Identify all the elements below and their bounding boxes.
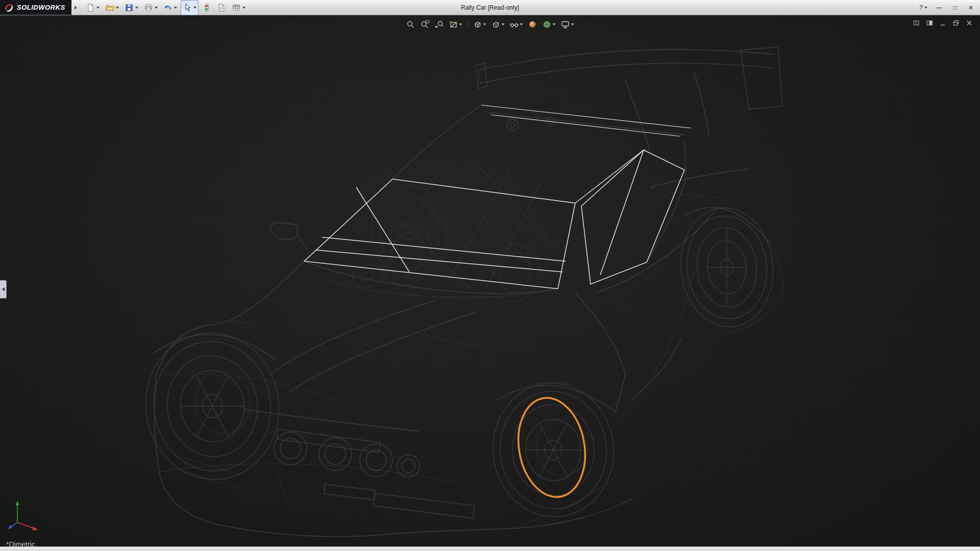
open-button[interactable] bbox=[103, 0, 121, 15]
restore-button[interactable]: □ bbox=[948, 2, 962, 13]
section-view-icon bbox=[449, 20, 458, 29]
window-controls: ? — □ ✕ bbox=[916, 0, 978, 15]
close-document-icon bbox=[966, 19, 973, 27]
triad-y-arrow bbox=[16, 501, 19, 505]
save-icon bbox=[125, 3, 134, 12]
view-orientation-icon bbox=[473, 20, 482, 29]
view-settings-icon bbox=[561, 20, 570, 29]
dropdown-arrow-icon bbox=[502, 23, 505, 26]
status-bar bbox=[0, 546, 980, 551]
view-settings-button[interactable] bbox=[559, 18, 576, 31]
restore-document-icon bbox=[952, 19, 960, 27]
menu-flyout-button[interactable] bbox=[72, 2, 80, 13]
dropdown-arrow-icon bbox=[553, 23, 556, 26]
dropdown-arrow-icon bbox=[483, 23, 486, 26]
dropdown-arrow-icon bbox=[96, 7, 100, 9]
display-style-icon bbox=[492, 20, 501, 29]
section-view-button[interactable] bbox=[448, 18, 464, 31]
main-toolbar bbox=[80, 0, 248, 15]
document-window-controls bbox=[911, 18, 974, 28]
dropdown-arrow-icon bbox=[520, 23, 523, 26]
tile-pane-icon bbox=[913, 19, 920, 27]
dropdown-arrow-icon bbox=[924, 7, 927, 9]
new-document-button[interactable] bbox=[84, 0, 102, 15]
hide-show-items-icon bbox=[510, 20, 519, 29]
triad-x-axis bbox=[17, 522, 35, 529]
model-wheels bbox=[136, 203, 779, 522]
view-orientation-button[interactable] bbox=[472, 18, 488, 31]
reference-triad bbox=[3, 496, 46, 539]
previous-view-button[interactable] bbox=[433, 18, 446, 31]
print-button[interactable] bbox=[142, 0, 160, 15]
select-cursor-icon bbox=[183, 3, 192, 12]
edit-appearance-button[interactable] bbox=[527, 18, 539, 31]
model-wireframe-rally-car[interactable] bbox=[0, 15, 980, 547]
dropdown-arrow-icon bbox=[135, 7, 138, 9]
close-document-button[interactable] bbox=[964, 18, 974, 28]
rebuild-button[interactable] bbox=[200, 0, 213, 15]
rebuild-icon bbox=[202, 3, 211, 12]
chevron-right-icon bbox=[75, 6, 77, 10]
tile-pane-button[interactable] bbox=[911, 18, 921, 28]
dropdown-arrow-icon bbox=[193, 7, 197, 9]
dropdown-arrow-icon bbox=[459, 23, 462, 26]
new-document-icon bbox=[86, 3, 95, 12]
file-properties-button[interactable] bbox=[215, 0, 228, 15]
minimize-document-button[interactable] bbox=[938, 18, 947, 28]
dropdown-arrow-icon bbox=[174, 7, 177, 9]
zoom-to-fit-icon bbox=[406, 20, 415, 29]
chevron-left-icon bbox=[2, 287, 5, 291]
file-properties-icon bbox=[217, 3, 226, 12]
close-button[interactable]: ✕ bbox=[964, 2, 978, 13]
dropdown-arrow-icon bbox=[242, 7, 246, 9]
dropdown-arrow-icon bbox=[155, 7, 158, 9]
help-button[interactable]: ? bbox=[916, 2, 930, 13]
display-style-button[interactable] bbox=[490, 18, 506, 31]
dropdown-arrow-icon bbox=[116, 7, 119, 9]
minimize-button[interactable]: — bbox=[932, 2, 946, 13]
minimize-document-icon bbox=[939, 19, 946, 27]
previous-view-icon bbox=[435, 20, 444, 29]
print-icon bbox=[144, 3, 153, 12]
open-folder-icon bbox=[105, 3, 114, 12]
document-title: Rally Car [Read-only] bbox=[461, 0, 519, 15]
solidworks-logo: SOLIDWORKS bbox=[0, 0, 71, 15]
edit-appearance-icon bbox=[528, 20, 537, 29]
zoom-to-fit-button[interactable] bbox=[405, 18, 417, 31]
headsup-view-toolbar bbox=[405, 18, 576, 31]
save-button[interactable] bbox=[122, 0, 140, 15]
zoom-to-area-button[interactable] bbox=[419, 18, 431, 31]
triad-x-arrow bbox=[33, 527, 38, 531]
dropdown-arrow-icon bbox=[571, 23, 574, 26]
toolbar-separator bbox=[468, 21, 468, 29]
options-icon bbox=[232, 3, 241, 12]
select-button[interactable] bbox=[181, 0, 199, 15]
app-name: SOLIDWORKS bbox=[17, 4, 65, 11]
model-interior-cage bbox=[327, 168, 558, 307]
graphics-viewport[interactable]: *Dimetric bbox=[0, 15, 980, 547]
restore-document-button[interactable] bbox=[951, 18, 961, 28]
zoom-to-area-icon bbox=[421, 20, 430, 29]
apply-scene-icon bbox=[543, 20, 552, 29]
options-button[interactable] bbox=[230, 0, 248, 15]
model-highlighted-edges bbox=[304, 105, 691, 289]
undo-icon bbox=[163, 3, 173, 12]
undo-button[interactable] bbox=[161, 0, 179, 15]
split-pane-button[interactable] bbox=[924, 18, 934, 28]
split-pane-icon bbox=[926, 19, 933, 27]
title-bar: SOLIDWORKS bbox=[0, 0, 980, 15]
triad-z-arrow bbox=[8, 525, 12, 530]
solidworks-logo-mark bbox=[4, 3, 14, 12]
featuremanager-collapse-tab[interactable] bbox=[0, 280, 7, 298]
hide-show-items-button[interactable] bbox=[508, 18, 525, 31]
apply-scene-button[interactable] bbox=[541, 18, 557, 31]
